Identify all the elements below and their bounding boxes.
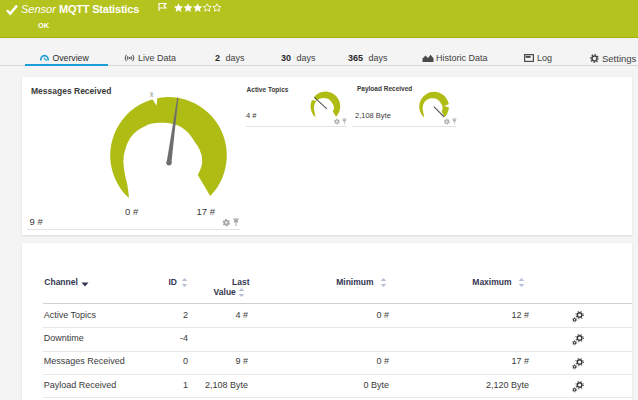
svg-text:x̄: x̄ xyxy=(150,90,154,99)
